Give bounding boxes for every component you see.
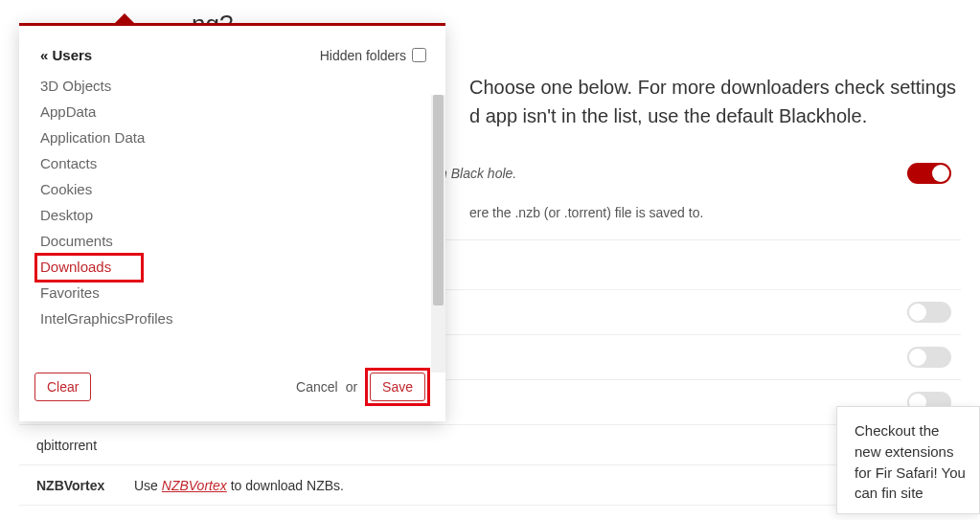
folder-item[interactable]: Desktop <box>40 202 430 228</box>
hidden-folders-checkbox[interactable] <box>412 48 426 62</box>
blackhole-toggle[interactable] <box>907 163 951 184</box>
folder-item[interactable]: AppData <box>40 99 430 124</box>
folder-item[interactable]: Downloads <box>40 254 430 280</box>
notification-text: Checkout the new extensions for Fir Safa… <box>855 422 966 501</box>
popup-footer: Clear Cancel or Save <box>34 350 430 406</box>
scrollbar[interactable] <box>431 95 445 373</box>
popup-arrow-icon <box>115 13 134 23</box>
folder-item[interactable]: Contacts <box>40 150 430 176</box>
hidden-folders-toggle[interactable]: Hidden folders <box>320 48 426 63</box>
nzbvortex-link[interactable]: NZBVortex <box>162 478 227 493</box>
cancel-button[interactable]: Cancel <box>296 379 338 395</box>
save-highlight: Save <box>365 368 430 406</box>
qbittorrent-label: qbittorrent <box>19 438 134 453</box>
save-button[interactable]: Save <box>370 373 425 401</box>
folder-item[interactable]: IntelGraphicsProfiles <box>40 305 430 331</box>
extension-notification[interactable]: Checkout the new extensions for Fir Safa… <box>836 406 980 514</box>
breadcrumb[interactable]: « Users <box>40 47 92 63</box>
blackhole-help: ere the .nzb (or .torrent) file is saved… <box>469 195 961 239</box>
generic-toggle-1[interactable] <box>907 302 951 323</box>
folder-list: 3D ObjectsAppDataApplication DataContact… <box>34 73 430 350</box>
page-subtitle: Choose one below. For more downloaders c… <box>469 73 961 130</box>
folder-picker-popup: « Users Hidden folders 3D ObjectsAppData… <box>19 23 445 421</box>
row-nzbvortex: NZBVortex Use NZBVortex to download NZBs… <box>19 464 961 505</box>
or-text: or <box>346 379 357 395</box>
folder-item[interactable]: Favorites <box>40 280 430 305</box>
nzbvortex-label: NZBVortex <box>19 478 134 493</box>
folder-item[interactable]: Cookies <box>40 176 430 202</box>
generic-toggle-2[interactable] <box>907 347 951 368</box>
row-qbittorrent: qbittorrent <box>19 424 961 464</box>
popup-header: « Users Hidden folders <box>34 41 430 73</box>
folder-item[interactable]: 3D Objects <box>40 73 430 99</box>
scrollbar-thumb[interactable] <box>433 95 444 305</box>
hidden-folders-label: Hidden folders <box>320 48 406 63</box>
folder-list-container: 3D ObjectsAppDataApplication DataContact… <box>34 73 430 350</box>
folder-item[interactable]: Documents <box>40 228 430 254</box>
row-sabnzbd: Sabnzbd Use SABnzbd (0.7+) to download N… <box>19 505 961 520</box>
folder-item[interactable]: Application Data <box>40 124 430 150</box>
clear-button[interactable]: Clear <box>34 373 91 401</box>
